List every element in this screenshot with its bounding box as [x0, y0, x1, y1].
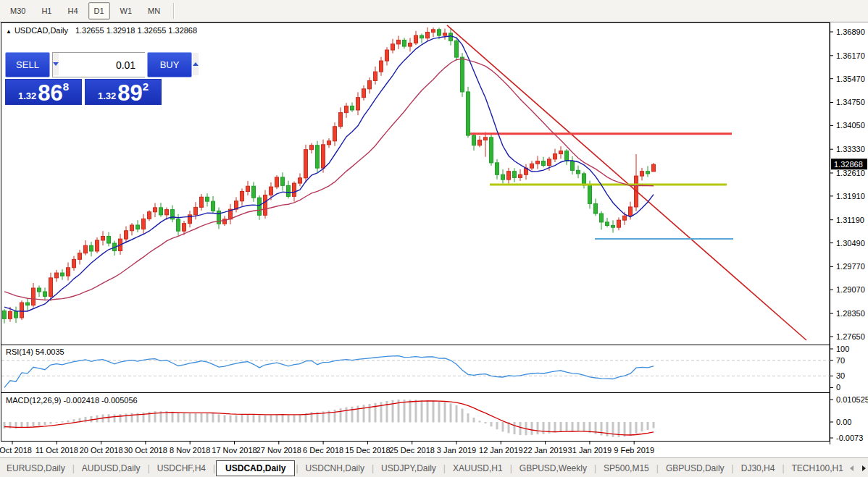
price-axis: 1.368901.361701.354701.347501.340501.333…: [830, 28, 865, 341]
svg-text:0.00: 0.00: [836, 418, 851, 426]
timeframe-toolbar: M30H1H4D1W1MN: [0, 0, 868, 22]
macd-label: MACD(12,26,9) -0.002418 -0.005056: [6, 396, 138, 405]
ask-price-display[interactable]: 1.32 89 2: [85, 79, 162, 105]
mt4-window: M30H1H4D1W1MN ▲USDCAD,Daily1.32655 1.329…: [0, 0, 868, 477]
svg-text:1.35470: 1.35470: [836, 75, 865, 83]
rsi-label: RSI(14) 54.0035: [6, 347, 64, 356]
volume-increase-button[interactable]: [193, 53, 199, 75]
descending-trendline: [447, 25, 806, 340]
ask-pip-digit: 2: [143, 80, 149, 93]
svg-text:6 Dec 2018: 6 Dec 2018: [303, 446, 343, 455]
chart-tab-usdcad-daily[interactable]: USDCAD,Daily: [216, 460, 295, 476]
bid-big-digits: 86: [38, 83, 62, 104]
svg-text:30 Oct 2018: 30 Oct 2018: [124, 446, 167, 455]
timeframe-button-mn[interactable]: MN: [142, 2, 166, 20]
macd-axis: 0.0105250.00-0.0073: [830, 395, 868, 442]
svg-text:11 Oct 2018: 11 Oct 2018: [36, 446, 78, 455]
svg-text:1.27650: 1.27650: [836, 332, 865, 341]
rsi-axis: 10070300: [830, 345, 849, 392]
one-click-trade-panel: SELL BUY 1.32 86 8 1.32 89 2: [5, 52, 192, 103]
ask-big-digits: 89: [117, 83, 142, 104]
chart-tab-sp500-m15[interactable]: SP500,M15: [597, 461, 656, 476]
svg-text:1.30490: 1.30490: [836, 239, 865, 248]
svg-text:25 Dec 2018: 25 Dec 2018: [390, 446, 435, 455]
sell-button[interactable]: SELL: [5, 52, 50, 77]
chart-tab-xauusd-h1[interactable]: XAUUSD,H1: [446, 461, 509, 476]
chart-tab-audusd-daily[interactable]: AUDUSD,Daily: [75, 461, 147, 476]
svg-text:3 Jan 2019: 3 Jan 2019: [437, 446, 476, 455]
timeframe-button-h1[interactable]: H1: [36, 2, 57, 20]
svg-text:1.31910: 1.31910: [836, 192, 865, 200]
chart-tab-usdjpy-daily[interactable]: USDJPY,Daily: [375, 461, 443, 476]
svg-text:20 Oct 2018: 20 Oct 2018: [80, 446, 123, 455]
bid-pip-digit: 8: [63, 80, 69, 93]
svg-text:17 Nov 2018: 17 Nov 2018: [212, 446, 256, 455]
volume-decrease-button[interactable]: [53, 53, 59, 75]
chart-window[interactable]: ▲USDCAD,Daily1.32655 1.32918 1.32655 1.3…: [0, 22, 868, 457]
svg-text:1.29070: 1.29070: [836, 285, 865, 294]
svg-text:70: 70: [836, 356, 845, 365]
svg-text:1.34050: 1.34050: [836, 121, 865, 130]
volume-stepper: [52, 52, 145, 77]
triangle-up-icon: [193, 62, 199, 66]
rsi-panel-border: [1, 345, 830, 393]
chart-tab-bar: EURUSD,Daily|AUDUSD,Daily|USDCHF,H4|USDC…: [0, 457, 868, 477]
svg-text:1.31190: 1.31190: [836, 216, 864, 224]
svg-text:1.34750: 1.34750: [836, 98, 865, 106]
timeframe-button-m30[interactable]: M30: [4, 2, 31, 20]
svg-text:1.32868: 1.32868: [834, 160, 863, 169]
toolbar-separator: [173, 3, 175, 19]
svg-text:1.36890: 1.36890: [836, 28, 865, 36]
tab-scroll-buttons: [850, 465, 868, 471]
date-axis: 2 Oct 201811 Oct 201820 Oct 201830 Oct 2…: [0, 442, 654, 455]
svg-text:12 Jan 2019: 12 Jan 2019: [479, 446, 523, 455]
svg-text:1.28350: 1.28350: [836, 309, 865, 318]
svg-text:100: 100: [836, 345, 849, 353]
svg-text:31 Jan 2019: 31 Jan 2019: [568, 446, 612, 455]
svg-text:1.33330: 1.33330: [836, 145, 865, 153]
bid-prefix: 1.32: [18, 90, 36, 101]
triangle-down-icon: [53, 62, 59, 66]
svg-text:8 Nov 2018: 8 Nov 2018: [170, 446, 210, 455]
chart-tab-eurusd-daily[interactable]: EURUSD,Daily: [0, 461, 72, 476]
svg-text:1.32610: 1.32610: [836, 169, 865, 177]
svg-text:2 Oct 2018: 2 Oct 2018: [0, 446, 32, 455]
chart-tab-gbpusd-daily[interactable]: GBPUSD,Daily: [659, 461, 731, 476]
svg-text:27 Nov 2018: 27 Nov 2018: [256, 446, 301, 455]
svg-text:9 Feb 2019: 9 Feb 2019: [614, 446, 654, 455]
svg-text:-0.0073: -0.0073: [836, 434, 863, 442]
svg-text:0.010525: 0.010525: [836, 395, 868, 404]
chart-tab-tech100-h1[interactable]: TECH100,H1: [785, 461, 850, 476]
timeframe-button-w1[interactable]: W1: [114, 2, 138, 20]
timeframe-button-d1[interactable]: D1: [88, 2, 110, 20]
chart-tab-gbpusd-weekly[interactable]: GBPUSD,Weekly: [513, 461, 593, 476]
svg-text:1.29770: 1.29770: [836, 262, 865, 271]
tab-scroll-left-icon[interactable]: [850, 465, 854, 471]
current-price-tag: 1.32868: [831, 159, 867, 169]
chart-tab-dj30-h4[interactable]: DJ30,H4: [735, 461, 782, 476]
chart-tab-usdcnh-daily[interactable]: USDCNH,Daily: [299, 461, 371, 476]
tab-scroll-right-icon[interactable]: [862, 465, 866, 471]
svg-text:1.36170: 1.36170: [836, 51, 865, 60]
svg-text:15 Dec 2018: 15 Dec 2018: [345, 446, 390, 455]
svg-text:22 Jan 2019: 22 Jan 2019: [523, 446, 567, 455]
svg-text:30: 30: [836, 371, 845, 380]
buy-button[interactable]: BUY: [147, 52, 192, 77]
bid-price-display[interactable]: 1.32 86 8: [5, 79, 82, 105]
chart-tab-usdchf-h4[interactable]: USDCHF,H4: [151, 461, 212, 476]
timeframe-button-h4[interactable]: H4: [62, 2, 83, 20]
svg-text:0: 0: [836, 383, 840, 392]
ask-prefix: 1.32: [98, 90, 116, 101]
